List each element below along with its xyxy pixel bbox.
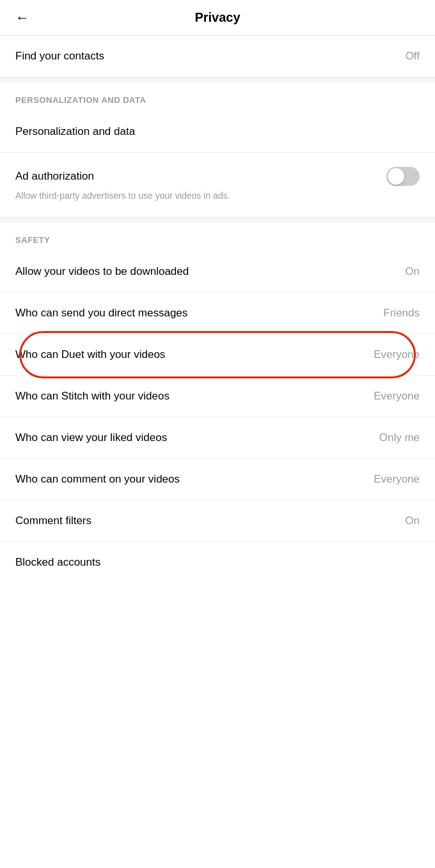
allow-downloads-row[interactable]: Allow your videos to be downloaded On <box>0 251 435 293</box>
page-title: Privacy <box>194 10 240 25</box>
ad-authorization-toggle[interactable] <box>386 167 420 186</box>
comments-value: Everyone <box>374 473 420 486</box>
blocked-accounts-row[interactable]: Blocked accounts <box>0 542 435 583</box>
direct-messages-label: Who can send you direct messages <box>15 307 187 320</box>
comment-filters-value: On <box>405 515 420 527</box>
section-divider-2 <box>0 217 435 222</box>
ad-authorization-label: Ad authorization <box>15 170 94 183</box>
section-header-safety: SAFETY <box>0 222 435 251</box>
ad-auth-top: Ad authorization <box>15 167 420 186</box>
find-contacts-row[interactable]: Find your contacts Off <box>0 36 435 77</box>
duet-row[interactable]: Who can Duet with your videos Everyone <box>0 334 435 376</box>
comments-label: Who can comment on your videos <box>15 473 180 486</box>
section-header-personalization: PERSONALIZATION AND DATA <box>0 82 435 111</box>
ad-authorization-row[interactable]: Ad authorization Allow third-party adver… <box>0 153 435 217</box>
liked-videos-label: Who can view your liked videos <box>15 431 167 444</box>
stitch-value: Everyone <box>374 390 420 403</box>
personalization-data-label: Personalization and data <box>15 125 135 138</box>
back-button[interactable]: ← <box>13 7 32 29</box>
header: ← Privacy <box>0 0 435 36</box>
section-divider-1 <box>0 77 435 82</box>
direct-messages-value: Friends <box>383 307 420 320</box>
allow-downloads-label: Allow your videos to be downloaded <box>15 265 189 278</box>
stitch-label: Who can Stitch with your videos <box>15 390 170 403</box>
direct-messages-row[interactable]: Who can send you direct messages Friends <box>0 293 435 334</box>
personalization-data-row[interactable]: Personalization and data <box>0 111 435 153</box>
comments-row[interactable]: Who can comment on your videos Everyone <box>0 459 435 500</box>
duet-label: Who can Duet with your videos <box>15 348 165 361</box>
find-contacts-label: Find your contacts <box>15 50 104 63</box>
ad-auth-toggle-container <box>386 167 420 186</box>
liked-videos-row[interactable]: Who can view your liked videos Only me <box>0 417 435 459</box>
blocked-accounts-label: Blocked accounts <box>15 556 100 569</box>
content: Find your contacts Off PERSONALIZATION A… <box>0 36 435 583</box>
comment-filters-label: Comment filters <box>15 515 91 527</box>
ad-authorization-description: Allow third-party advertisers to use you… <box>15 190 420 203</box>
toggle-knob <box>388 168 404 185</box>
find-contacts-value: Off <box>406 50 420 63</box>
comment-filters-row[interactable]: Comment filters On <box>0 500 435 542</box>
liked-videos-value: Only me <box>379 431 420 444</box>
duet-value: Everyone <box>374 348 420 361</box>
allow-downloads-value: On <box>405 265 420 278</box>
stitch-row[interactable]: Who can Stitch with your videos Everyone <box>0 376 435 417</box>
